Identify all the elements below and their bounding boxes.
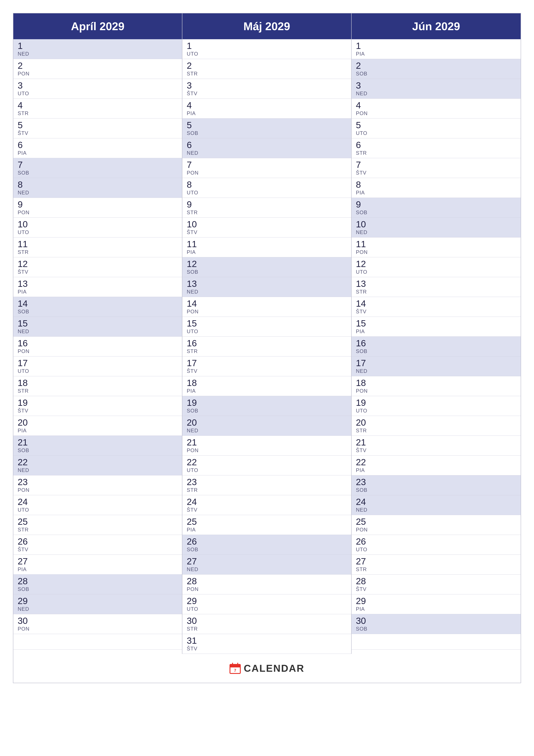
- day-name: ŠTV: [356, 309, 516, 315]
- day-number: 15: [356, 318, 516, 328]
- day-name: NED: [18, 328, 178, 335]
- day-number: 4: [356, 100, 516, 110]
- day-number: 18: [356, 378, 516, 388]
- day-name: UTO: [18, 229, 178, 235]
- day-number: 6: [356, 140, 516, 150]
- day-number: 22: [187, 457, 347, 467]
- day-number: 5: [187, 120, 347, 130]
- day-name: PIA: [356, 51, 516, 57]
- day-name: PON: [187, 586, 347, 592]
- day-name: PON: [187, 447, 347, 454]
- day-name: SOB: [356, 209, 516, 216]
- day-cell: 28SOB: [13, 575, 182, 594]
- day-number: 18: [187, 378, 347, 388]
- day-cell: 27STR: [352, 555, 521, 575]
- day-name: UTO: [187, 328, 347, 335]
- day-number: 21: [187, 438, 347, 447]
- day-cell: 8PIA: [352, 178, 521, 198]
- day-number: 17: [187, 358, 347, 368]
- day-cell: 23PON: [13, 475, 182, 495]
- day-number: 8: [356, 180, 516, 190]
- day-name: SOB: [18, 170, 178, 176]
- month-days-1: 1UTO2STR3ŠTV4PIA5SOB6NED7PON8UTO9STR10ŠT…: [182, 39, 351, 654]
- day-cell: 5SOB: [182, 119, 351, 138]
- day-number: 22: [356, 457, 516, 467]
- svg-text:7: 7: [234, 668, 236, 673]
- day-cell: 22PIA: [352, 456, 521, 475]
- day-name: PON: [18, 487, 178, 493]
- day-cell: 19UTO: [352, 396, 521, 416]
- day-name: STR: [356, 150, 516, 156]
- day-number: 9: [356, 200, 516, 209]
- footer-calendar-label: CALENDAR: [244, 662, 304, 674]
- day-cell: 11PON: [352, 237, 521, 257]
- day-cell: 8UTO: [182, 178, 351, 198]
- day-name: STR: [356, 566, 516, 573]
- day-cell: 22NED: [13, 456, 182, 475]
- day-cell: 12SOB: [182, 257, 351, 277]
- day-cell: 12UTO: [352, 257, 521, 277]
- months-header-row: Apríl 2029Máj 2029Jún 2029: [13, 14, 521, 39]
- day-number: 25: [187, 517, 347, 527]
- day-number: 11: [356, 239, 516, 249]
- day-name: STR: [18, 110, 178, 117]
- day-name: ŠTV: [356, 447, 516, 454]
- day-cell: 3ŠTV: [182, 79, 351, 99]
- day-number: 13: [187, 279, 347, 289]
- day-cell: 14ŠTV: [352, 297, 521, 317]
- day-number: 28: [18, 576, 178, 586]
- day-number: 16: [356, 338, 516, 348]
- day-name: UTO: [187, 467, 347, 473]
- day-number: 8: [187, 180, 347, 190]
- day-cell: 7ŠTV: [352, 158, 521, 178]
- day-cell: 14SOB: [13, 297, 182, 317]
- month-days-2: 1PIA2SOB3NED4PON5UTO6STR7ŠTV8PIA9SOB10NE…: [352, 39, 521, 654]
- day-number: 30: [356, 616, 516, 626]
- day-cell: 28PON: [182, 575, 351, 594]
- day-cell: 15NED: [13, 317, 182, 337]
- day-number: 23: [18, 477, 178, 487]
- day-name: ŠTV: [187, 646, 347, 652]
- day-number: 21: [356, 438, 516, 447]
- day-number: 16: [18, 338, 178, 348]
- day-cell: 15PIA: [352, 317, 521, 337]
- day-name: NED: [187, 566, 347, 573]
- day-cell: 18STR: [13, 376, 182, 396]
- day-number: 8: [18, 180, 178, 190]
- day-number: 26: [356, 537, 516, 547]
- day-name: NED: [356, 229, 516, 235]
- day-name: NED: [187, 289, 347, 295]
- day-cell: 11PIA: [182, 237, 351, 257]
- empty-cell: [13, 634, 182, 650]
- day-name: PON: [187, 170, 347, 176]
- day-cell: 30STR: [182, 614, 351, 634]
- day-number: 4: [18, 100, 178, 110]
- day-cell: 7PON: [182, 158, 351, 178]
- day-name: ŠTV: [18, 547, 178, 553]
- day-cell: 6PIA: [13, 138, 182, 158]
- day-name: UTO: [18, 507, 178, 513]
- day-number: 2: [356, 61, 516, 71]
- day-number: 19: [187, 398, 347, 408]
- day-cell: 31ŠTV: [182, 634, 351, 654]
- day-number: 5: [18, 120, 178, 130]
- day-name: SOB: [356, 71, 516, 77]
- day-number: 19: [18, 398, 178, 408]
- day-number: 3: [187, 81, 347, 91]
- day-name: PON: [356, 388, 516, 394]
- day-name: PON: [18, 348, 178, 355]
- day-number: 16: [187, 338, 347, 348]
- day-cell: 29NED: [13, 594, 182, 614]
- month-header-1: Máj 2029: [182, 14, 351, 39]
- day-number: 27: [356, 556, 516, 566]
- day-name: UTO: [18, 368, 178, 374]
- day-cell: 19ŠTV: [13, 396, 182, 416]
- day-name: STR: [18, 527, 178, 533]
- day-cell: 26UTO: [352, 535, 521, 555]
- day-name: NED: [18, 190, 178, 196]
- day-number: 14: [187, 299, 347, 309]
- day-cell: 11STR: [13, 237, 182, 257]
- day-number: 12: [356, 259, 516, 269]
- day-cell: 24UTO: [13, 495, 182, 515]
- day-name: UTO: [187, 606, 347, 612]
